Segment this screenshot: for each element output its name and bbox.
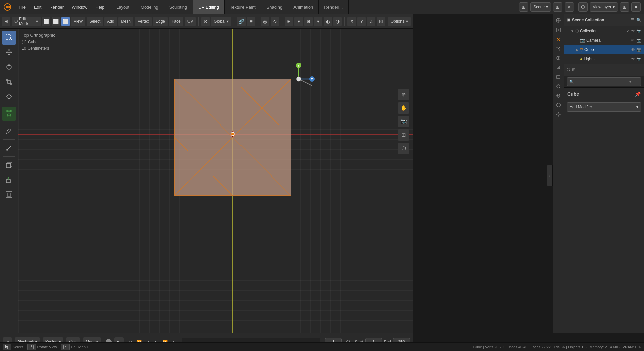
tab-layout[interactable]: Layout — [111, 0, 135, 14]
camera-item[interactable]: ▶ 📷 Camera 👁 📷 — [564, 36, 644, 45]
uv-menu[interactable]: UV — [185, 17, 196, 26]
outliner-search-btn[interactable]: 🔍 — [636, 18, 641, 22]
render-settings-btn[interactable] — [554, 110, 562, 118]
tab-sculpting[interactable]: Sculpting — [164, 0, 193, 14]
collection-eye-icon[interactable]: 👁 — [631, 29, 635, 33]
cube-render-icon[interactable]: 📷 — [636, 47, 641, 52]
view-layer-options-btn[interactable]: ⊞ — [620, 2, 629, 12]
cube-item[interactable]: ▶ ▽ Cube 👁 📷 — [564, 45, 644, 54]
light-eye-icon[interactable]: 👁 — [631, 57, 635, 61]
tab-animation[interactable]: Animation — [288, 0, 319, 14]
scale-tool[interactable] — [2, 75, 16, 89]
scene-options-btn[interactable]: ⊞ — [553, 2, 562, 12]
overlay-ctrl-btn[interactable]: ⬡ — [398, 143, 409, 154]
collection-check-icon[interactable]: ✓ — [626, 29, 630, 33]
constraints-props-btn[interactable] — [554, 63, 562, 71]
collection-camera-icon[interactable]: 📷 — [636, 29, 641, 33]
world-props-btn[interactable] — [554, 92, 562, 100]
camera-btn[interactable]: 📷 — [398, 116, 409, 127]
particles-props-btn[interactable] — [554, 45, 562, 53]
camera-eye-icon[interactable]: 👁 — [631, 38, 635, 43]
search-filter-icon[interactable]: ▾ — [629, 80, 631, 84]
scene-selector[interactable]: Scene ▾ — [530, 2, 551, 12]
snap-type-btn[interactable]: ≡ — [247, 17, 255, 26]
rotate-tool[interactable] — [2, 60, 16, 74]
cube-eye-icon[interactable]: 👁 — [631, 47, 635, 52]
move-tool[interactable] — [2, 45, 16, 59]
tab-shading[interactable]: Shading — [261, 0, 288, 14]
gizmo-container[interactable]: Y Z — [282, 62, 315, 96]
editor-type-btn[interactable]: ⊞ — [2, 17, 10, 26]
gizmo-btn[interactable]: ⊕ — [304, 17, 313, 26]
circle-btn[interactable]: ◎ — [261, 17, 269, 26]
transform-selector[interactable]: Global ▾ — [211, 17, 231, 26]
add-menu[interactable]: Add — [104, 17, 117, 26]
zoom-fit-btn[interactable]: ⊕ — [398, 89, 409, 100]
menu-render[interactable]: Render — [45, 0, 68, 14]
view-layer-icon[interactable]: ⬡ — [578, 2, 588, 12]
object-data-props-btn[interactable] — [554, 73, 562, 81]
proportional-editing-btn[interactable]: ⊙ — [201, 17, 210, 26]
main-viewport[interactable]: Top Orthographic (1) Cube 10 Centimeters… — [18, 29, 413, 333]
select-box-tool[interactable] — [2, 31, 16, 45]
gizmo-dropdown[interactable]: ▾ — [314, 17, 322, 26]
tab-modeling[interactable]: Modeling — [135, 0, 164, 14]
modifier-props-btn[interactable] — [554, 35, 562, 43]
output-props-btn[interactable] — [554, 26, 562, 34]
mode-selector[interactable]: ⬡ Edit Mode ▾ — [12, 17, 41, 26]
overlay-dropdown[interactable]: ▾ — [294, 17, 303, 26]
annotate-tool[interactable] — [2, 124, 16, 138]
menu-edit[interactable]: Edit — [30, 0, 45, 14]
physics-props-btn[interactable] — [554, 54, 562, 62]
mesh-vertex-btn[interactable]: ⬜ — [42, 17, 50, 26]
scene-icon-btn[interactable]: ⊞ — [519, 2, 528, 12]
hand-pan-btn[interactable]: ✋ — [398, 102, 409, 114]
outliner-filter-btn[interactable]: ☰ — [631, 18, 634, 22]
panel-collapse-btn[interactable]: ‹ — [547, 165, 553, 186]
cad-tool[interactable]: CAD — [2, 107, 16, 121]
tab-rendering[interactable]: Renderi... — [319, 0, 348, 14]
view-layer-close-btn[interactable]: ✕ — [631, 2, 641, 12]
render-props-btn[interactable] — [554, 16, 562, 24]
add-cube-tool[interactable] — [2, 158, 16, 172]
view-menu[interactable]: View — [71, 17, 85, 26]
add-modifier-btn[interactable]: Add Modifier ▾ — [567, 102, 641, 112]
mesh-face-btn[interactable]: ⬜ — [61, 17, 70, 26]
measure-tool[interactable] — [2, 141, 16, 155]
collection-item[interactable]: ▼ ⬡ Collection ✓ 👁 📷 — [564, 26, 644, 36]
mesh-edge-btn[interactable]: ⬜ — [52, 17, 60, 26]
call-menu-status: Call Menu — [61, 344, 88, 350]
select-menu[interactable]: Select — [87, 17, 103, 26]
light-render-icon[interactable]: 📷 — [636, 57, 641, 61]
mesh-menu[interactable]: Mesh — [118, 17, 133, 26]
snap-btn[interactable]: 🔗 — [237, 17, 246, 26]
camera-render-icon[interactable]: 📷 — [636, 38, 641, 43]
view-layer-selector[interactable]: ViewLayer ▾ — [590, 2, 618, 12]
material-props-btn[interactable] — [554, 82, 562, 90]
axis-lock-btn[interactable]: ⊠ — [377, 17, 385, 26]
x-axis-btn[interactable]: X — [347, 17, 356, 26]
menu-help[interactable]: Help — [91, 0, 108, 14]
face-menu[interactable]: Face — [169, 17, 183, 26]
overlay-btn[interactable]: ⊞ — [285, 17, 293, 26]
y-axis-btn[interactable]: Y — [357, 17, 366, 26]
scene-props-btn[interactable] — [554, 101, 562, 109]
tab-texture-paint[interactable]: Texture Paint — [225, 0, 261, 14]
wave-btn[interactable]: ∿ — [271, 17, 279, 26]
tab-uv-editing[interactable]: UV Editing — [193, 0, 224, 14]
viewport-shading-1[interactable]: ◐ — [324, 17, 332, 26]
extrude-tool[interactable] — [2, 173, 16, 187]
options-btn[interactable]: Options ▾ — [388, 17, 411, 26]
edge-menu[interactable]: Edge — [153, 17, 168, 26]
z-axis-btn[interactable]: Z — [367, 17, 375, 26]
grid-btn[interactable]: ⊞ — [398, 129, 409, 141]
vertex-menu[interactable]: Vertex — [135, 17, 152, 26]
inset-tool[interactable] — [2, 188, 16, 202]
scene-close-btn[interactable]: ✕ — [565, 2, 574, 12]
transform-tool[interactable] — [2, 90, 16, 104]
pin-icon[interactable]: 📌 — [635, 91, 641, 97]
viewport-shading-2[interactable]: ◑ — [333, 17, 342, 26]
menu-file[interactable]: File — [15, 0, 30, 14]
menu-window[interactable]: Window — [68, 0, 91, 14]
light-item[interactable]: ▶ ● Light ( 👁 📷 — [564, 54, 644, 64]
